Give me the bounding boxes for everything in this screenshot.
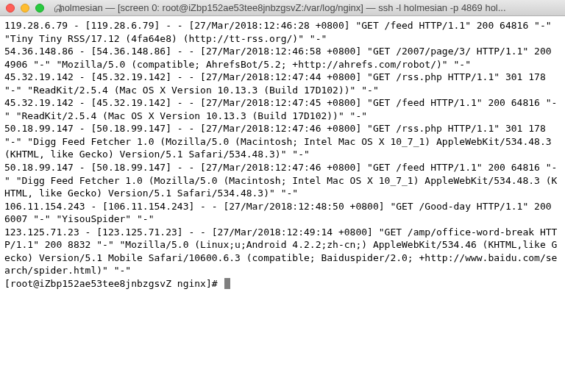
close-icon[interactable] bbox=[6, 4, 15, 13]
log-line: 119.28.6.79 - [119.28.6.79] - - [27/Mar/… bbox=[4, 20, 557, 44]
log-line: 45.32.19.142 - [45.32.19.142] - - [27/Ma… bbox=[4, 71, 552, 96]
home-icon bbox=[53, 3, 63, 13]
log-line: 50.18.99.147 - [50.18.99.147] - - [27/Ma… bbox=[4, 162, 557, 199]
log-line: 54.36.148.86 - [54.36.148.86] - - [27/Ma… bbox=[4, 46, 557, 70]
log-line: 45.32.19.142 - [45.32.19.142] - - [27/Ma… bbox=[4, 97, 557, 121]
traffic-lights bbox=[6, 4, 44, 13]
log-line: 50.18.99.147 - [50.18.99.147] - - [27/Ma… bbox=[4, 123, 557, 160]
log-line: 123.125.71.23 - [123.125.71.23] - - [27/… bbox=[4, 227, 557, 277]
log-line: 106.11.154.243 - [106.11.154.243] - - [2… bbox=[4, 201, 557, 225]
maximize-icon[interactable] bbox=[35, 4, 44, 13]
shell-prompt: [root@iZbp152ae53tee8jnbzgsvZ nginx]# bbox=[4, 278, 223, 289]
window-title: holmesian — [screen 0: root@iZbp152ae53t… bbox=[0, 2, 565, 13]
window-titlebar: holmesian — [screen 0: root@iZbp152ae53t… bbox=[0, 0, 565, 16]
minimize-icon[interactable] bbox=[21, 4, 29, 13]
terminal-output[interactable]: 119.28.6.79 - [119.28.6.79] - - [27/Mar/… bbox=[0, 16, 565, 293]
cursor-icon bbox=[224, 278, 230, 289]
